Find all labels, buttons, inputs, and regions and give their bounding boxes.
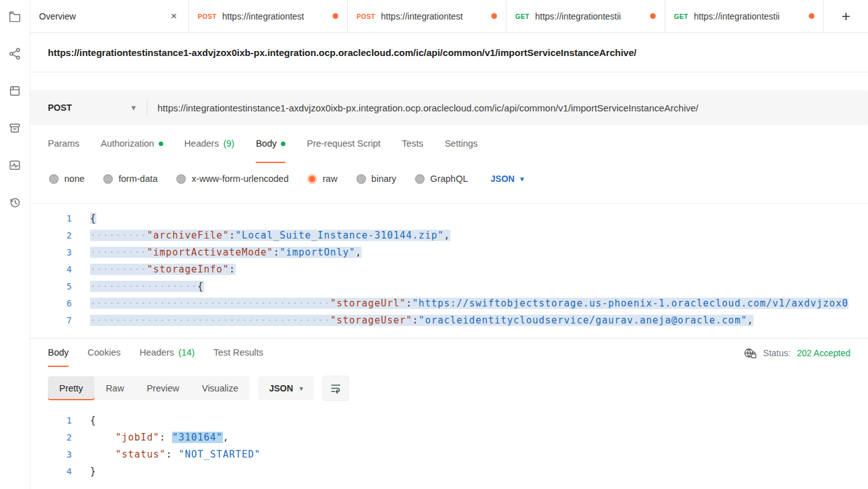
- history-icon[interactable]: [8, 196, 21, 209]
- response-tabs: BodyCookiesHeaders(14)Test Results Statu…: [30, 338, 868, 367]
- tab-url: https://integrationtestii: [535, 11, 645, 21]
- body-mode-label: binary: [372, 174, 397, 184]
- response-tab-body[interactable]: Body: [48, 339, 69, 367]
- view-tab-visualize[interactable]: Visualize: [190, 376, 249, 400]
- text-selection: ·········"storageInfo":: [90, 264, 236, 275]
- text-selection: {: [90, 213, 96, 224]
- body-mode-row: noneform-datax-www-form-urlencodedrawbin…: [30, 163, 868, 194]
- body-mode-label: raw: [323, 174, 337, 184]
- environments-icon[interactable]: [8, 84, 21, 98]
- text-selection: ·········"importActivateMode":"importOnl…: [90, 247, 362, 258]
- line-number: 7: [30, 312, 72, 329]
- line-number: 5: [30, 278, 72, 295]
- apis-icon[interactable]: [8, 47, 21, 60]
- request-tab-body[interactable]: Body: [256, 125, 285, 163]
- request-tab-label: Pre-request Script: [307, 138, 380, 149]
- code-text: ·········"storageInfo":: [90, 261, 236, 278]
- new-tab-button[interactable]: +: [824, 0, 868, 32]
- code-line: 5·················{: [30, 278, 868, 295]
- tab-url: https://integrationtest: [222, 11, 327, 21]
- view-tab-pretty[interactable]: Pretty: [48, 376, 94, 400]
- response-meta: Status: 202 Accepted: [743, 339, 850, 367]
- request-tab-params[interactable]: Params: [48, 125, 79, 163]
- request-tab-headers[interactable]: Headers(9): [185, 125, 235, 163]
- radio-form-data[interactable]: [103, 174, 113, 184]
- code-text: "status": "NOT_STARTED": [90, 446, 261, 463]
- response-toolbar: PrettyRawPreviewVisualize JSON ▾: [30, 376, 868, 401]
- code-text: "jobId": "310164",: [90, 429, 229, 446]
- response-tab-test-results[interactable]: Test Results: [214, 339, 263, 367]
- view-tab-raw[interactable]: Raw: [94, 376, 135, 400]
- chevron-down-icon: ▾: [299, 385, 303, 393]
- radio-x-www-form-urlencoded[interactable]: [176, 174, 186, 184]
- app-window: Overview×POSThttps://integrationtestPOST…: [0, 0, 868, 489]
- radio-binary[interactable]: [357, 174, 366, 184]
- close-tab-icon[interactable]: ×: [168, 9, 180, 23]
- request-tab-pre-request-script[interactable]: Pre-request Script: [307, 125, 380, 163]
- body-mode-none[interactable]: none: [49, 174, 84, 184]
- response-tab-label: Test Results: [214, 347, 263, 357]
- mock-servers-icon[interactable]: [8, 121, 21, 135]
- body-mode-raw[interactable]: raw: [307, 174, 337, 184]
- code-text: ·········"archiveFile":"Local_Suite_Inst…: [90, 227, 450, 244]
- request-tab[interactable]: GEThttps://integrationtestii: [665, 0, 824, 32]
- request-url-input[interactable]: https://integrationtestinstance1-axdvjzo…: [147, 103, 868, 113]
- monitors-icon[interactable]: [8, 159, 21, 172]
- method-select[interactable]: POST ▾: [30, 103, 147, 113]
- response-language-select[interactable]: JSON ▾: [258, 376, 314, 400]
- main-panel: Overview×POSThttps://integrationtestPOST…: [30, 0, 868, 489]
- request-tab[interactable]: GEThttps://integrationtestii: [506, 0, 665, 32]
- code-line: 1{: [30, 412, 868, 429]
- response-tab-label: Body: [48, 347, 69, 357]
- response-tab-cookies[interactable]: Cookies: [88, 339, 120, 367]
- code-text: ·················{: [90, 278, 204, 295]
- response-body-editor[interactable]: 1{2 "jobId": "310164",3 "status": "NOT_S…: [30, 410, 868, 485]
- collections-icon[interactable]: [8, 10, 21, 23]
- response-tab-label: Cookies: [88, 347, 120, 357]
- body-mode-graphql[interactable]: GraphQL: [415, 174, 468, 184]
- code-text: {: [90, 210, 96, 227]
- body-mode-binary[interactable]: binary: [357, 174, 397, 184]
- text-selection: ······································"s…: [90, 315, 753, 326]
- status-value: 202 Accepted: [797, 348, 850, 358]
- view-tab-preview[interactable]: Preview: [135, 376, 191, 400]
- request-tab-label: Tests: [402, 138, 423, 149]
- line-number: 4: [30, 463, 72, 480]
- radio-graphql[interactable]: [415, 174, 425, 184]
- code-line: 3 "status": "NOT_STARTED": [30, 446, 868, 463]
- request-tab[interactable]: POSThttps://integrationtest: [348, 0, 506, 32]
- request-tab-label: Authorization: [101, 138, 154, 149]
- request-tab[interactable]: POSThttps://integrationtest: [189, 0, 348, 32]
- request-tab-tests[interactable]: Tests: [402, 125, 423, 163]
- unsaved-changes-dot: [491, 13, 497, 19]
- radio-raw[interactable]: [307, 174, 317, 184]
- line-number: 2: [30, 227, 72, 244]
- text-selection: ······································"s…: [90, 298, 848, 309]
- chevron-down-icon: ▾: [132, 103, 135, 112]
- globe-lock-icon[interactable]: [743, 347, 757, 359]
- request-tab-settings[interactable]: Settings: [445, 125, 477, 163]
- code-text: }: [90, 463, 96, 480]
- body-mode-form-data[interactable]: form-data: [103, 174, 157, 184]
- response-tab-label: Headers: [139, 347, 174, 357]
- code-line: 4·········"storageInfo":: [30, 261, 868, 278]
- body-mode-x-www-form-urlencoded[interactable]: x-www-form-urlencoded: [176, 174, 288, 184]
- request-body-editor[interactable]: 1{2·········"archiveFile":"Local_Suite_I…: [30, 203, 868, 334]
- line-number: 3: [30, 244, 72, 261]
- configured-dot: [281, 142, 285, 146]
- unsaved-changes-dot: [333, 13, 338, 19]
- tab-url: https://integrationtestii: [694, 11, 804, 21]
- tab-url: https://integrationtest: [381, 11, 486, 21]
- wrap-lines-button[interactable]: [323, 376, 349, 401]
- code-text: ······································"s…: [90, 312, 753, 329]
- line-number: 6: [30, 295, 72, 312]
- radio-none[interactable]: [49, 174, 59, 184]
- code-line: 3·········"importActivateMode":"importOn…: [30, 244, 868, 261]
- request-tab-authorization[interactable]: Authorization: [101, 125, 163, 163]
- response-tab-headers[interactable]: Headers(14): [139, 339, 195, 367]
- tab-strip: Overview×POSThttps://integrationtestPOST…: [30, 0, 868, 33]
- tab-method-label: GET: [674, 13, 688, 20]
- raw-language-select[interactable]: JSON ▾: [491, 174, 524, 184]
- code-text: ······································"s…: [90, 295, 848, 312]
- tab-overview[interactable]: Overview×: [30, 0, 189, 32]
